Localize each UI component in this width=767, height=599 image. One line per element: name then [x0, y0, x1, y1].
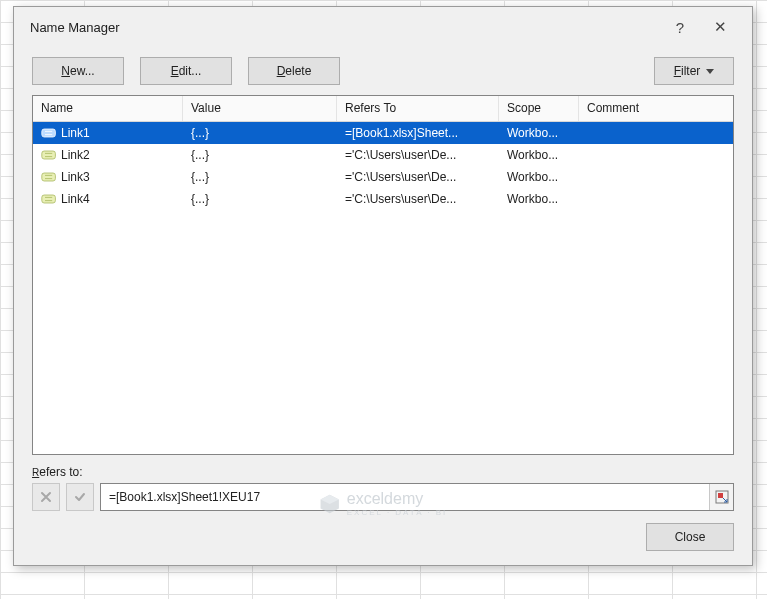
- svg-rect-3: [42, 151, 56, 159]
- header-value[interactable]: Value: [183, 96, 337, 121]
- collapse-dialog-button[interactable]: [709, 484, 733, 510]
- row-name: Link2: [61, 148, 90, 162]
- row-value: {...}: [183, 170, 337, 184]
- name-tag-icon: [41, 193, 57, 205]
- bottom-bar: Close: [14, 517, 752, 565]
- svg-rect-9: [42, 195, 56, 203]
- row-refers: ='C:\Users\user\De...: [337, 192, 499, 206]
- names-listbox[interactable]: Name Value Refers To Scope Comment Link1…: [32, 95, 734, 455]
- list-header: Name Value Refers To Scope Comment: [33, 96, 733, 122]
- chevron-down-icon: [706, 69, 714, 74]
- svg-rect-6: [42, 173, 56, 181]
- svg-rect-0: [42, 129, 56, 137]
- cancel-edit-button[interactable]: [32, 483, 60, 511]
- name-tag-icon: [41, 127, 57, 139]
- help-button[interactable]: ?: [660, 12, 700, 42]
- table-row[interactable]: Link1{...}=[Book1.xlsx]Sheet...Workbo...: [33, 122, 733, 144]
- svg-rect-13: [718, 493, 723, 498]
- accept-edit-button[interactable]: [66, 483, 94, 511]
- row-name: Link3: [61, 170, 90, 184]
- name-manager-dialog: Name Manager ? ✕ New... Edit... Delete F…: [13, 6, 753, 566]
- filter-button[interactable]: Filter: [654, 57, 734, 85]
- refers-to-section: Refers to:: [14, 455, 752, 517]
- row-refers: =[Book1.xlsx]Sheet...: [337, 126, 499, 140]
- dialog-title: Name Manager: [30, 20, 660, 35]
- row-name: Link1: [61, 126, 90, 140]
- check-icon: [73, 490, 87, 504]
- cancel-icon: [39, 490, 53, 504]
- titlebar: Name Manager ? ✕: [14, 7, 752, 47]
- row-name: Link4: [61, 192, 90, 206]
- header-refers[interactable]: Refers To: [337, 96, 499, 121]
- table-row[interactable]: Link2{...}='C:\Users\user\De...Workbo...: [33, 144, 733, 166]
- row-scope: Workbo...: [499, 148, 579, 162]
- name-tag-icon: [41, 171, 57, 183]
- refers-to-label: Refers to:: [32, 465, 734, 479]
- header-name[interactable]: Name: [33, 96, 183, 121]
- row-value: {...}: [183, 126, 337, 140]
- close-button[interactable]: Close: [646, 523, 734, 551]
- edit-button[interactable]: Edit...: [140, 57, 232, 85]
- collapse-icon: [715, 490, 729, 504]
- row-refers: ='C:\Users\user\De...: [337, 170, 499, 184]
- new-button[interactable]: New...: [32, 57, 124, 85]
- row-scope: Workbo...: [499, 192, 579, 206]
- table-row[interactable]: Link3{...}='C:\Users\user\De...Workbo...: [33, 166, 733, 188]
- header-scope[interactable]: Scope: [499, 96, 579, 121]
- refers-to-input[interactable]: [101, 484, 709, 510]
- delete-button[interactable]: Delete: [248, 57, 340, 85]
- row-scope: Workbo...: [499, 170, 579, 184]
- row-value: {...}: [183, 192, 337, 206]
- row-scope: Workbo...: [499, 126, 579, 140]
- row-refers: ='C:\Users\user\De...: [337, 148, 499, 162]
- close-window-button[interactable]: ✕: [700, 12, 740, 42]
- toolbar: New... Edit... Delete Filter: [14, 47, 752, 95]
- row-value: {...}: [183, 148, 337, 162]
- table-row[interactable]: Link4{...}='C:\Users\user\De...Workbo...: [33, 188, 733, 210]
- header-comment[interactable]: Comment: [579, 96, 733, 121]
- name-tag-icon: [41, 149, 57, 161]
- list-rows: Link1{...}=[Book1.xlsx]Sheet...Workbo...…: [33, 122, 733, 454]
